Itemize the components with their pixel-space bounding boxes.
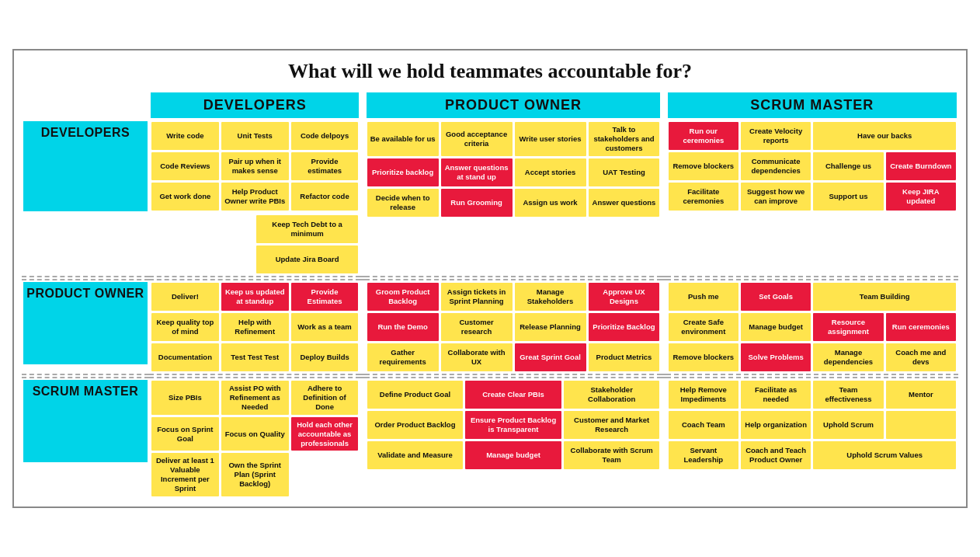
dev-po-grid: Be available for us Good acceptance crit…	[365, 120, 662, 219]
main-title: What will we hold teammates accountable …	[22, 60, 958, 83]
po-row-label-cell: PRODUCT OWNER	[22, 280, 149, 374]
note: Create Velocity reports	[741, 122, 811, 150]
note: Write user stories	[515, 122, 586, 156]
note: Assist PO with Refinement as Needed	[221, 381, 289, 415]
po-sm-grid: Push me Set Goals Team Building Create S…	[666, 280, 958, 374]
po-header-cell: PRODUCT OWNER	[365, 91, 662, 120]
note: Order Product Backlog	[367, 411, 464, 439]
dev-dev-cell: Write code Unit Tests Code delpoys Code …	[149, 120, 361, 277]
note: Refactor code	[291, 183, 359, 211]
dev-row-label-cell: DEVELOPERS	[22, 120, 149, 277]
po-dev-grid: Deliver! Keep us updated at standup Prov…	[149, 280, 361, 374]
note: Pair up when it makes sense	[221, 152, 289, 180]
note: Facilitate as needed	[741, 381, 811, 409]
po-sm-cell: Push me Set Goals Team Building Create S…	[666, 280, 958, 374]
note: Code Reviews	[151, 152, 219, 180]
note: Servant Leadership	[669, 441, 738, 469]
sm-row-label-cell: SCRUM MASTER	[22, 378, 149, 499]
note: Adhere to Definition of Done	[291, 381, 359, 415]
sm-header-cell: SCRUM MASTER	[666, 91, 958, 120]
note: Gather requirements	[367, 343, 439, 371]
note: Coach Team	[669, 411, 738, 439]
sm-row-label: SCRUM MASTER	[22, 378, 149, 464]
note: Manage dependencies	[813, 343, 883, 371]
note: Great Sprint Goal	[515, 343, 586, 371]
note: Assign tickets in Sprint Planning	[441, 283, 513, 311]
sm-sm-cell: Help Remove Impediments Facilitate as ne…	[666, 378, 958, 499]
note: Good acceptance criteria	[441, 122, 513, 156]
note: Answer questions	[589, 189, 660, 217]
corner-cell	[22, 91, 149, 120]
note: Hold each other accountable as professio…	[291, 417, 359, 451]
note: Product Metrics	[589, 343, 660, 371]
sm-sm-grid: Help Remove Impediments Facilitate as ne…	[666, 378, 958, 472]
board: DEVELOPERS PRODUCT OWNER SCRUM MASTER	[22, 91, 958, 499]
note: Challenge us	[813, 152, 883, 180]
note: Talk to stakeholders and customers	[589, 122, 660, 156]
note	[886, 411, 956, 439]
note: Validate and Measure	[367, 441, 464, 469]
note: Team Building	[813, 283, 956, 311]
sm-dev-grid: Size PBIs Assist PO with Refinement as N…	[149, 378, 361, 499]
note: Mentor	[886, 381, 956, 409]
note: Coach me and devs	[886, 343, 956, 371]
note: Answer questions at stand up	[441, 158, 513, 186]
note: Coach and Teach Product Owner	[741, 441, 811, 469]
dev-sm-cell: Run our ceremonies Create Velocity repor…	[666, 120, 958, 277]
note: Support us	[813, 183, 883, 211]
dev-dev-grid2: Keep Tech Debt to a minimum Update Jira …	[149, 213, 361, 276]
note: Keep us updated at standup	[221, 283, 289, 311]
po-header: PRODUCT OWNER	[365, 91, 662, 120]
note: Keep JIRA updated	[886, 183, 956, 211]
note: Run ceremonies	[886, 313, 956, 341]
note: Decide when to release	[367, 189, 439, 217]
note: Facilitate ceremonies	[669, 183, 738, 211]
po-row-label: PRODUCT OWNER	[22, 280, 149, 366]
note: Run Grooming	[441, 189, 513, 217]
sm-header: SCRUM MASTER	[666, 91, 958, 120]
header-row: DEVELOPERS PRODUCT OWNER SCRUM MASTER	[22, 91, 958, 120]
note: Deploy Builds	[291, 343, 359, 371]
dev-row-label: DEVELOPERS	[22, 120, 149, 213]
note: Create Burndown	[886, 152, 956, 180]
note: Focus on Quality	[221, 417, 289, 451]
note: Solve Problems	[741, 343, 811, 371]
note: Provide Estimates	[291, 283, 359, 311]
note: Help organization	[741, 411, 811, 439]
note: Accept stories	[515, 158, 586, 186]
sm-po-cell: Define Product Goal Create Clear PBIs St…	[365, 378, 662, 499]
note: Remove blockers	[669, 152, 738, 180]
note: Keep Tech Debt to a minimum	[256, 215, 359, 243]
note: Run our ceremonies	[669, 122, 738, 150]
note: Size PBIs	[151, 381, 219, 415]
note: Own the Sprint Plan (Sprint Backlog)	[221, 453, 289, 496]
note: Uphold Scrum	[813, 411, 883, 439]
dev-dev-grid: Write code Unit Tests Code delpoys Code …	[149, 120, 361, 213]
note: Push me	[669, 283, 738, 311]
note: Resource assignment	[813, 313, 883, 341]
note: Release Planning	[515, 313, 586, 341]
note: Work as a team	[291, 313, 359, 341]
note: Groom Product Backlog	[367, 283, 439, 311]
note: Provide estimates	[291, 152, 359, 180]
note: Documentation	[151, 343, 219, 371]
note: Test Test Test	[221, 343, 289, 371]
po-dev-cell: Deliver! Keep us updated at standup Prov…	[149, 280, 361, 374]
outer-container: What will we hold teammates accountable …	[12, 49, 968, 508]
note: Team effectiveness	[813, 381, 883, 409]
po-row: PRODUCT OWNER Deliver! Keep us updated a…	[22, 280, 958, 374]
note: Help Product Owner write PBIs	[221, 183, 289, 211]
note: Create Safe environment	[669, 313, 738, 341]
note: Help with Refinement	[221, 313, 289, 341]
note: UAT Testing	[589, 158, 660, 186]
note: Set Goals	[741, 283, 811, 311]
note: Customer research	[441, 313, 513, 341]
note: Code delpoys	[291, 122, 359, 150]
note: Communicate dependencies	[741, 152, 811, 180]
note: Be available for us	[367, 122, 439, 156]
note: Approve UX Designs	[589, 283, 660, 311]
note: Stakeholder Collaboration	[564, 381, 660, 409]
note: Collaborate with Scrum Team	[564, 441, 660, 469]
note: Keep quality top of mind	[151, 313, 219, 341]
dev-row: DEVELOPERS Write code Unit Tests Code de…	[22, 120, 958, 277]
